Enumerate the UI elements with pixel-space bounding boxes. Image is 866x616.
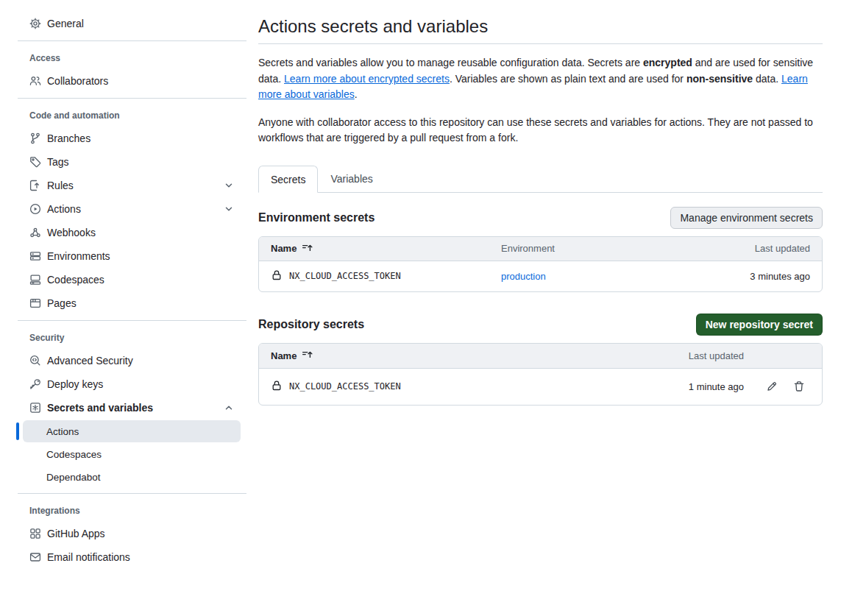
sidebar-item-label: Pages [47,297,77,309]
environment-link-production[interactable]: production [501,271,546,282]
sidebar-item-label: Branches [47,132,90,144]
sidebar-item-label: Email notifications [47,551,130,563]
sidebar-item-label: GitHub Apps [47,528,105,539]
sidebar-item-branches[interactable]: Branches [18,127,246,150]
chevron-up-icon[interactable] [223,402,235,414]
tab-variables[interactable]: Variables [318,166,385,192]
people-icon [29,75,41,87]
sidebar-item-label: Deploy keys [47,378,103,390]
column-label: Name [271,243,297,254]
environment-secrets-table-header: Name Environment Last updated [259,237,822,261]
secret-icon [29,402,41,414]
secret-name: NX_CLOUD_ACCESS_TOKEN [289,271,401,281]
page-header: Actions secrets and variables [258,16,823,44]
sidebar-item-label: Environments [47,250,110,262]
sidebar-subitem-actions[interactable]: Actions [23,420,241,442]
tab-secrets[interactable]: Secrets [258,166,318,193]
intro-text: Secrets and variables allow you to manag… [258,57,643,68]
column-header-environment: Environment [501,243,707,254]
column-label: Name [271,350,297,361]
sidebar-item-label: Advanced Security [47,355,133,367]
sort-ascending-icon [302,349,313,362]
chevron-down-icon[interactable] [223,180,235,191]
sort-ascending-icon [302,242,313,255]
settings-page: General Access Collaborators Code and au… [0,0,866,569]
sidebar-item-collaborators[interactable]: Collaborators [18,69,246,93]
column-header-name[interactable]: Name [271,242,501,255]
sidebar-section-security: Security [18,333,246,343]
table-row: NX_CLOUD_ACCESS_TOKEN production 3 minut… [259,261,822,291]
sidebar-subitem-codespaces[interactable]: Codespaces [23,443,241,465]
settings-sidebar: General Access Collaborators Code and au… [0,0,246,569]
sidebar-item-actions[interactable]: Actions [18,197,246,221]
manage-environment-secrets-button[interactable]: Manage environment secrets [670,207,823,229]
sidebar-subitem-dependabot[interactable]: Dependabot [23,466,241,488]
sidebar-item-label: Webhooks [47,227,96,238]
last-updated-value: 1 minute ago [656,381,744,392]
delete-secret-button[interactable] [793,380,805,392]
secret-name-cell: NX_CLOUD_ACCESS_TOKEN [271,269,501,283]
tag-icon [29,156,41,168]
intro-text: . Variables are shown as plain text and … [450,73,686,85]
sidebar-item-label: Codespaces [47,274,104,286]
lock-icon [271,269,283,283]
sidebar-item-label: Actions [47,203,81,215]
sidebar-item-pages[interactable]: Pages [18,291,246,315]
edit-secret-button[interactable] [766,380,778,392]
sidebar-subitem-label: Dependabot [46,472,101,483]
intro-text: . [355,88,358,100]
row-actions [744,380,810,392]
sidebar-item-label: Secrets and variables [47,402,153,414]
sidebar-divider [18,98,246,99]
environment-secrets-header: Environment secrets Manage environment s… [258,207,823,229]
sidebar-section-code-automation: Code and automation [18,110,246,121]
sidebar-item-webhooks[interactable]: Webhooks [18,221,246,244]
sidebar-divider [18,320,246,321]
table-row: NX_CLOUD_ACCESS_TOKEN 1 minute ago [259,369,822,405]
repository-secrets-heading: Repository secrets [258,318,364,331]
secrets-variables-tabs: Secrets Variables [258,166,823,193]
sidebar-item-codespaces[interactable]: Codespaces [18,268,246,291]
sidebar-divider [18,40,246,41]
sidebar-item-label: Collaborators [47,75,108,87]
sidebar-section-integrations: Integrations [18,506,246,516]
sidebar-item-github-apps[interactable]: GitHub Apps [18,522,246,545]
secret-name: NX_CLOUD_ACCESS_TOKEN [289,381,401,392]
environment-secrets-heading: Environment secrets [258,211,375,224]
column-header-name[interactable]: Name [271,349,656,362]
sidebar-item-deploy-keys[interactable]: Deploy keys [18,372,246,396]
new-repository-secret-button[interactable]: New repository secret [696,314,823,336]
intro-bold-encrypted: encrypted [643,57,692,68]
apps-icon [29,528,41,539]
chevron-down-icon[interactable] [223,203,235,215]
intro-paragraph: Secrets and variables allow you to manag… [258,55,823,103]
webhook-icon [29,227,41,238]
repository-secrets-table-header: Name Last updated [259,344,822,369]
column-header-last-updated: Last updated [707,243,810,254]
intro-text: data. [753,73,781,85]
secret-name-cell: NX_CLOUD_ACCESS_TOKEN [271,380,656,394]
git-branch-icon [29,132,41,144]
key-icon [29,378,41,390]
link-encrypted-secrets[interactable]: Learn more about encrypted secrets [284,73,450,85]
column-header-last-updated: Last updated [656,350,744,361]
repository-secrets-table: Name Last updated NX_CLOUD_ACCESS_TOKEN … [258,343,823,406]
environment-secrets-table: Name Environment Last updated NX_CLOUD_A… [258,236,823,292]
codespaces-icon [29,274,41,286]
codescan-icon [29,355,41,367]
sidebar-item-secrets-and-variables[interactable]: Secrets and variables [18,396,246,419]
browser-icon [29,297,41,309]
sidebar-item-environments[interactable]: Environments [18,244,246,268]
sidebar-item-label: General [47,18,84,29]
sidebar-item-label: Tags [47,156,69,168]
gear-icon [29,18,41,29]
sidebar-divider [18,493,246,494]
sidebar-item-advanced-security[interactable]: Advanced Security [18,349,246,372]
mail-icon [29,551,41,563]
sidebar-item-rules[interactable]: Rules [18,174,246,197]
play-icon [29,203,41,215]
sidebar-item-general[interactable]: General [18,12,246,35]
sidebar-subitem-label: Codespaces [46,449,102,460]
sidebar-item-email-notifications[interactable]: Email notifications [18,545,246,569]
sidebar-item-tags[interactable]: Tags [18,150,246,174]
